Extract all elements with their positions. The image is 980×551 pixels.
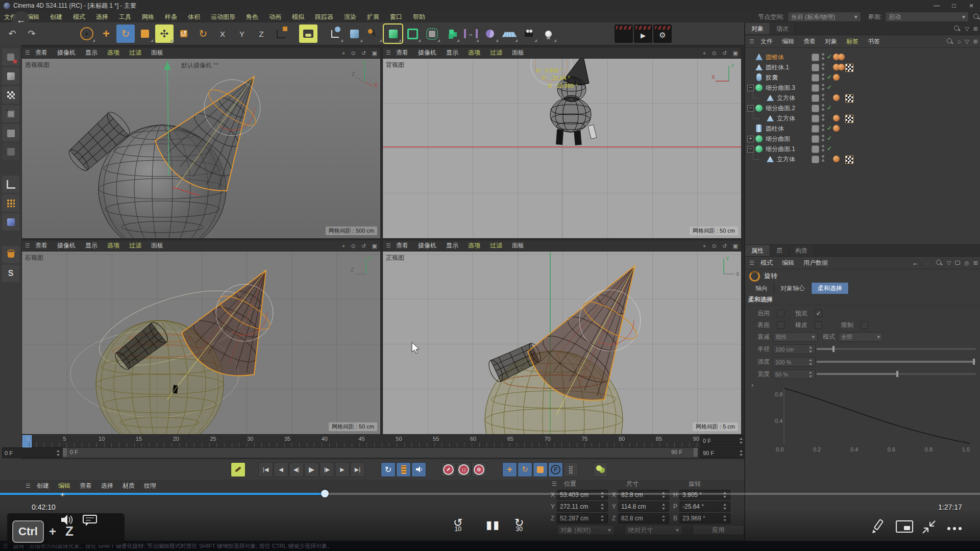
rotate-cube-tool[interactable]: ↺ [175, 24, 193, 43]
more-options-icon[interactable] [947, 524, 968, 529]
rotate-alt-tool[interactable]: ↻ [194, 24, 212, 43]
vp-menu-options[interactable]: 选项 [468, 241, 480, 250]
visibility-dots[interactable] [822, 145, 824, 153]
vp-menu-camera[interactable]: 摄像机 [418, 241, 436, 250]
rotate-tool[interactable]: ↻ [116, 24, 135, 43]
pan-view-icon[interactable]: + [342, 243, 345, 249]
menu-create[interactable]: 创建 [50, 13, 62, 21]
edges-mode-button[interactable] [2, 124, 19, 141]
active-move-tool[interactable]: ✣ [155, 24, 174, 43]
volume-builder-button[interactable] [423, 24, 441, 43]
spinner-icon[interactable] [600, 515, 605, 522]
layer-chip[interactable] [812, 84, 819, 92]
key-rotation-toggle[interactable]: ↻ [518, 462, 532, 477]
material-tag[interactable] [833, 74, 840, 81]
record-rotation-key-button[interactable]: ⚙ [472, 462, 486, 477]
spinner-icon[interactable] [662, 503, 666, 510]
menu-character[interactable]: 角色 [246, 13, 258, 21]
falloff-curve-panel[interactable]: 0.8 0.4 0.0 0.2 0.4 0.6 0.8 1.0 [745, 387, 980, 459]
layer-chip[interactable] [812, 54, 819, 61]
zoom-view-icon[interactable]: ⊙ [351, 50, 355, 56]
prev-key-button[interactable]: ◀ [274, 462, 288, 477]
vp-menu-camera[interactable]: 摄像机 [418, 48, 436, 57]
visibility-dots[interactable] [822, 94, 824, 102]
zoom-view-icon[interactable]: ⊙ [351, 243, 355, 249]
om-menu-view[interactable]: 查看 [803, 37, 816, 46]
snap-bucket-button[interactable] [2, 246, 19, 263]
attr-menu-edit[interactable]: 编辑 [782, 259, 794, 267]
tab-axis[interactable]: 轴向 [749, 283, 774, 294]
player-scrubber[interactable] [321, 490, 329, 497]
menu-mode[interactable]: 模式 [73, 13, 85, 21]
tab-soft-selection[interactable]: 柔和选择 [812, 283, 849, 294]
tab-construction[interactable]: 构造 [789, 245, 814, 256]
menu-select[interactable]: 选择 [96, 13, 108, 21]
mat-menu-create[interactable]: 创建 [37, 482, 49, 490]
layer-chip[interactable] [812, 105, 819, 112]
add-icon[interactable]: ⊞ [973, 260, 978, 266]
enable-checkbox[interactable] [777, 310, 785, 317]
material-tag[interactable] [833, 94, 840, 101]
object-row-sds[interactable]: + 细分曲面 ✓ [745, 134, 980, 144]
pan-view-icon[interactable]: + [703, 50, 706, 56]
search-icon[interactable] [953, 25, 961, 32]
rotation-b-field[interactable]: 23.969 ° [679, 513, 730, 523]
mini-player-icon[interactable] [896, 520, 913, 533]
spinner-icon[interactable] [56, 449, 61, 457]
mat-menu-edit[interactable]: 编辑 [58, 482, 70, 490]
attr-menu-userdata[interactable]: 用户数据 [803, 259, 828, 267]
maximize-button[interactable]: □ [945, 1, 963, 11]
hamburger-icon[interactable]: ☰ [25, 242, 30, 249]
layer-chip[interactable] [812, 94, 819, 102]
layer-chip[interactable] [812, 115, 819, 122]
rotate-view-icon[interactable]: ↺ [361, 50, 366, 56]
pan-view-icon[interactable]: + [703, 243, 706, 249]
visibility-dots[interactable] [822, 114, 824, 122]
strength-slider[interactable] [817, 361, 976, 363]
texture-mode-button[interactable] [2, 86, 19, 104]
render-to-picture-viewer-button[interactable] [615, 24, 633, 43]
rotate-view-icon[interactable]: ↺ [361, 243, 366, 249]
visibility-dots[interactable] [822, 104, 824, 112]
vp-menu-options[interactable]: 选项 [107, 48, 119, 57]
visibility-dots[interactable] [822, 84, 824, 92]
spinner-icon[interactable] [808, 371, 813, 378]
key-parameter-toggle[interactable]: P [548, 462, 563, 477]
vp-menu-options[interactable]: 选项 [107, 241, 119, 250]
danmaku-icon[interactable] [83, 514, 97, 527]
object-row-cube[interactable]: 立方体 [745, 113, 980, 123]
player-back-button[interactable]: ← [12, 11, 30, 29]
close-button[interactable]: × [963, 1, 980, 11]
mat-menu-material[interactable]: 材质 [122, 482, 135, 490]
rotate-view-icon[interactable]: ↺ [722, 50, 727, 56]
scale-tool[interactable] [136, 24, 154, 43]
menu-animate[interactable]: 动画 [269, 13, 281, 21]
viewport-front[interactable]: 正视图 网格间距 : 5 cm Y X [382, 251, 742, 435]
tab-object-axis[interactable]: 对象轴心 [774, 283, 812, 294]
object-row-sds1[interactable]: − 细分曲面.1 ✓ [745, 144, 980, 154]
exit-fullscreen-icon[interactable] [921, 519, 937, 535]
range-start-handle[interactable] [63, 448, 67, 457]
autokey-button[interactable] [231, 462, 246, 477]
strength-field[interactable]: 100 % [773, 357, 816, 367]
toggle-view-icon[interactable]: ▣ [372, 243, 377, 249]
prev-frame-button[interactable]: ◀| [289, 462, 304, 477]
material-tag[interactable] [838, 54, 845, 60]
radius-field[interactable]: 100 cm [773, 344, 816, 354]
falloff-select[interactable]: 线性▾ [773, 332, 818, 342]
coordinate-mode-select[interactable]: 对象 (相对)▾ [557, 525, 615, 535]
visibility-dots[interactable] [822, 63, 824, 71]
expander-icon[interactable]: − [747, 85, 754, 91]
position-z-field[interactable]: 52.287 cm [557, 513, 608, 523]
history-forward-icon[interactable]: → [923, 259, 930, 267]
spinner-icon[interactable] [723, 503, 727, 510]
size-mode-select[interactable]: 绝对尺寸▾ [625, 525, 682, 535]
goto-end-button[interactable]: ▶| [350, 462, 365, 477]
preview-range-slider[interactable]: 0 F 90 F [62, 447, 698, 458]
vp-menu-panel[interactable]: 面板 [512, 241, 524, 250]
hamburger-icon[interactable]: ☰ [749, 260, 754, 266]
render-region-button[interactable] [326, 24, 344, 43]
menu-volume[interactable]: 体积 [188, 13, 200, 21]
toggle-view-icon[interactable]: ▣ [372, 50, 377, 56]
minimize-button[interactable]: — [928, 1, 945, 11]
